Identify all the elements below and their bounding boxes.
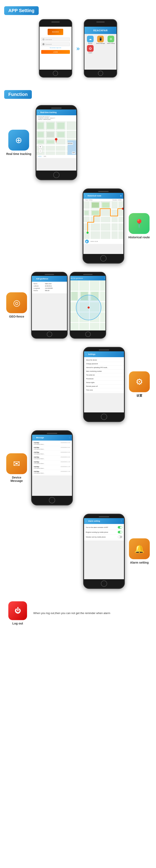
message-item-1[interactable]: V1078al Low battery Alarm... 2018/09/06 … (32, 441, 72, 446)
device-message-icon-wrapper: ✉ DeviceMessage (6, 453, 27, 483)
message-item-3[interactable]: V1078al Low battery Alarm... 2018/09/06 … (32, 451, 72, 456)
svg-rect-27 (118, 202, 118, 239)
svg-rect-7 (66, 122, 67, 155)
settings-item-timezone[interactable]: Time zone (84, 388, 124, 392)
phone-speaker-rt (51, 107, 62, 108)
settings-item-whitelist[interactable]: The white list (84, 373, 124, 377)
svg-rect-1 (36, 130, 76, 131)
historical-map-svg (83, 202, 123, 239)
phone-home-button[interactable] (53, 71, 58, 76)
svg-rect-29 (102, 203, 109, 208)
svg-rect-42 (71, 292, 78, 300)
phone-home-hr[interactable] (100, 255, 107, 261)
settings-icon-wrapper: ⚙ 设置 (129, 371, 150, 398)
geo-fence-phone-1: ‹ Add geofence Name Safe zone Latitude 2… (31, 272, 68, 339)
toggle-ringtone[interactable] (118, 531, 122, 533)
phone-home-rt[interactable] (53, 172, 60, 178)
phone-speaker-hr (98, 191, 109, 192)
geo-fence-icon-wrapper: ◎ GEO-fence (6, 292, 27, 318)
settings-item-password[interactable]: Change password (84, 362, 124, 366)
svg-rect-15 (47, 140, 54, 144)
admin-setting-icon: ⚙ (108, 36, 114, 42)
form-row-latitude: Latitude 22.813111 (34, 285, 65, 287)
device-message-phone: ‹ Message ⋮ V1078al Low battery Alarm...… (31, 430, 73, 505)
toggle-vibration[interactable] (118, 536, 122, 538)
admin-setting-icon-item[interactable]: ⚙ Admin setting (106, 36, 116, 44)
app-setting-label: APP Setting (4, 6, 39, 15)
geo-fence-row: ◎ GEO-fence ‹ Add geofence Name Safe zon… (0, 268, 156, 343)
logout-button-wrapper: ⏻ Log out (8, 601, 27, 625)
map-zoom-controls[interactable]: + − (38, 145, 42, 153)
svg-rect-12 (47, 132, 54, 137)
settings-item-about[interactable]: About the device (84, 358, 124, 362)
screen-header-hr: ‹ Historical route ⊞ (83, 193, 123, 199)
svg-rect-38 (70, 322, 106, 323)
real-time-tracking-phone: ‹ Real-time tracking 2018-09-06 15:55:12… (36, 105, 77, 180)
phone-home-button-2[interactable] (98, 71, 103, 76)
message-item-7[interactable]: V1078al Low battery Alarm... 2018/09/06 … (32, 470, 72, 475)
device-manage-icon: 📱 (97, 36, 104, 42)
user-icon (42, 38, 44, 40)
real-time-tracking-screen: ‹ Real-time tracking 2018-09-06 15:55:12… (36, 110, 76, 170)
app-icons-grid: ☁ Backup 📱 Device Manage ⚙ (84, 34, 116, 55)
historical-route-icon-wrapper: 📍 Historical route (128, 213, 150, 239)
geo-fence-icon: ◎ (6, 292, 27, 313)
settings-item-remote[interactable]: Remote power-off (84, 384, 124, 388)
backup-icon-item[interactable]: ☁ Backup (85, 36, 95, 44)
logout-description: When you log out,then you can not get th… (33, 611, 148, 616)
message-item-4[interactable]: V1078al Low battery Alarm... 2018/09/06 … (32, 456, 72, 460)
alarm-setting-phone: ‹ Alarm setting ⋮ Turn on the alarm remi… (83, 514, 125, 589)
phone-speaker-dm (47, 433, 57, 434)
settings-item-phonebook[interactable]: Phonebook (84, 377, 124, 381)
geofence-set-header: Set the geofence ✓ (70, 276, 106, 280)
settings-screen: ‹ Settings About the device Change passw… (84, 351, 124, 412)
logout-icon: ⏻ (87, 45, 93, 52)
phone-speaker-gf1 (45, 274, 54, 275)
login-phone-screen: REACHFAR Username Password Remember logi… (40, 27, 72, 70)
function-section: Function ⊕ Real time tracking ‹ Real-tim… (0, 84, 156, 595)
historical-route-label: Historical route (128, 236, 150, 239)
form-row-name: Name Safe zone (34, 283, 65, 284)
settings-item-interval[interactable]: Interval for uploading GPS locati... (84, 366, 124, 369)
settings-item-monitoring[interactable]: Main monitoring number (84, 369, 124, 373)
svg-rect-30 (84, 211, 89, 215)
historical-route-phone: ‹ Historical route ⊞ Total: 12.5km Durat… (83, 188, 124, 264)
map-svg (36, 122, 76, 155)
phone-speaker-2 (96, 22, 105, 23)
message-list: V1078al Low battery Alarm... 2018/09/06 … (32, 440, 72, 475)
zoom-out[interactable]: − (38, 149, 42, 153)
zoom-in[interactable]: + (38, 145, 42, 149)
logout-button[interactable]: ⏻ (8, 601, 27, 620)
phone-home-s[interactable] (101, 414, 107, 420)
svg-rect-9 (47, 123, 54, 129)
phone-home-as[interactable] (101, 581, 107, 587)
device-manage-icon-item[interactable]: 📱 Device Manage (96, 36, 105, 44)
toggle-app-alarm[interactable] (118, 526, 122, 529)
hr-controls[interactable]: ▶ 00:00 / 01:30 (83, 239, 123, 244)
real-time-map: 深圳北站 龙华 + − (36, 122, 76, 155)
play-button[interactable]: ▶ (85, 240, 89, 243)
form-row-longitude: Longitude 114.022235 (34, 287, 65, 289)
phone-home-gf1[interactable] (47, 332, 52, 337)
svg-rect-26 (111, 202, 112, 239)
historical-route-row: 📍 Historical route ‹ Historical route ⊞ … (0, 184, 156, 268)
svg-rect-31 (92, 211, 99, 215)
settings-item-sensor[interactable]: Sensor lights (84, 381, 124, 384)
message-item-6[interactable]: V1078al Low battery Alarm... 2018/09/06 … (32, 465, 72, 470)
power-icon: ⏻ (14, 607, 21, 614)
logout-icon-item[interactable]: ⏻ Logout (85, 45, 95, 53)
historical-route-screen: ‹ Historical route ⊞ Total: 12.5km Durat… (83, 193, 123, 254)
arrow-icon: » (76, 45, 80, 52)
phones-row: REACHFAR Username Password Remember logi… (0, 17, 156, 80)
svg-rect-8 (37, 123, 44, 129)
phone-speaker-s (99, 349, 109, 350)
phone-home-dm[interactable] (49, 497, 55, 503)
login-button[interactable]: LOGIN (41, 50, 70, 54)
home-phone-screen: REACHFAR ☁ Backup 📱 (84, 27, 116, 70)
phone-home-gf2[interactable] (85, 332, 91, 337)
password-field[interactable]: Password (41, 42, 70, 46)
username-field[interactable]: Username (41, 37, 70, 41)
message-item-5[interactable]: V1078al Low battery Alarm... 2018/09/06 … (32, 460, 72, 465)
geo-fence-phone-2: Set the geofence ✓ (70, 272, 106, 339)
message-item-2[interactable]: V1078al Low battery Alarm... 2018/09/06 … (32, 446, 72, 451)
